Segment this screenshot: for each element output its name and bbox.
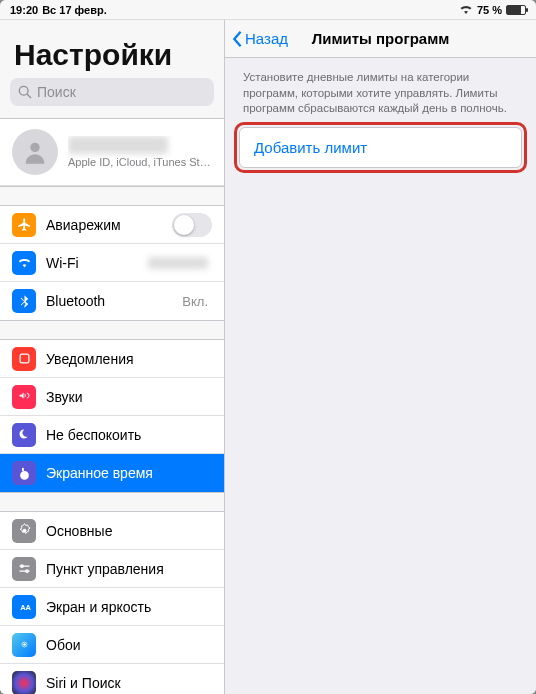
notifications-icon <box>12 347 36 371</box>
apple-id-row[interactable]: Apple ID, iCloud, iTunes Store и A… <box>0 119 224 186</box>
status-time: 19:20 <box>10 4 38 16</box>
sidebar-item-wallpaper[interactable]: Обои <box>0 626 224 664</box>
sidebar-item-label: Wi-Fi <box>46 255 148 271</box>
back-button[interactable]: Назад <box>225 30 288 48</box>
detail-header: Назад Лимиты программ <box>225 20 536 58</box>
svg-rect-4 <box>22 467 24 470</box>
status-date: Вс 17 февр. <box>42 4 107 16</box>
bluetooth-value: Вкл. <box>182 294 208 309</box>
sidebar-item-display[interactable]: AA Экран и яркость <box>0 588 224 626</box>
search-icon <box>18 85 32 99</box>
sidebar-item-label: Уведомления <box>46 351 212 367</box>
general-icon <box>12 519 36 543</box>
wifi-value-blurred <box>148 257 208 269</box>
search-input[interactable]: Поиск <box>10 78 214 106</box>
sidebar-item-screentime[interactable]: Экранное время <box>0 454 224 492</box>
control-icon <box>12 557 36 581</box>
back-label: Назад <box>245 30 288 47</box>
sidebar-item-label: Bluetooth <box>46 293 182 309</box>
sidebar-item-control[interactable]: Пункт управления <box>0 550 224 588</box>
sidebar-item-notifications[interactable]: Уведомления <box>0 340 224 378</box>
sidebar-item-label: Звуки <box>46 389 212 405</box>
svg-rect-3 <box>20 354 29 363</box>
sidebar-item-label: Не беспокоить <box>46 427 212 443</box>
sidebar-item-label: Пункт управления <box>46 561 212 577</box>
settings-title: Настройки <box>0 20 224 78</box>
wifi-icon <box>12 251 36 275</box>
svg-point-0 <box>19 86 28 95</box>
battery-pct: 75 % <box>477 4 502 16</box>
sidebar-item-label: Экранное время <box>46 465 212 481</box>
account-subtitle: Apple ID, iCloud, iTunes Store и A… <box>68 156 212 168</box>
svg-text:AA: AA <box>20 603 31 612</box>
sidebar-item-siri[interactable]: Siri и Поиск <box>0 664 224 694</box>
bluetooth-icon <box>12 289 36 313</box>
sidebar-item-label: Обои <box>46 637 212 653</box>
account-name-blurred <box>68 136 168 154</box>
dnd-icon <box>12 423 36 447</box>
sidebar-item-dnd[interactable]: Не беспокоить <box>0 416 224 454</box>
sounds-icon <box>12 385 36 409</box>
svg-point-12 <box>23 643 26 646</box>
screentime-icon <box>12 461 36 485</box>
search-placeholder: Поиск <box>37 84 76 100</box>
wifi-icon <box>459 4 473 16</box>
detail-pane: Назад Лимиты программ Установите дневные… <box>225 20 536 694</box>
svg-line-1 <box>27 94 31 98</box>
chevron-left-icon <box>231 30 243 48</box>
airplane-icon <box>12 213 36 237</box>
status-bar: 19:20 Вс 17 февр. 75 % <box>0 0 536 20</box>
settings-sidebar[interactable]: Настройки Поиск Apple ID, iCloud, iTunes… <box>0 20 225 694</box>
svg-point-2 <box>30 143 39 152</box>
avatar-icon <box>12 129 58 175</box>
sidebar-item-wifi[interactable]: Wi-Fi <box>0 244 224 282</box>
sidebar-item-label: Авиарежим <box>46 217 172 233</box>
sidebar-item-label: Основные <box>46 523 212 539</box>
device-frame: 19:20 Вс 17 февр. 75 % Настройки Поиск <box>0 0 536 694</box>
battery-icon <box>506 5 526 15</box>
siri-icon <box>12 671 36 695</box>
detail-description: Установите дневные лимиты на категории п… <box>239 70 522 117</box>
add-limit-button[interactable]: Добавить лимит <box>240 128 521 167</box>
display-icon: AA <box>12 595 36 619</box>
sidebar-item-general[interactable]: Основные <box>0 512 224 550</box>
airplane-toggle[interactable] <box>172 213 212 237</box>
wallpaper-icon <box>12 633 36 657</box>
sidebar-item-bluetooth[interactable]: Bluetooth Вкл. <box>0 282 224 320</box>
sidebar-item-airplane[interactable]: Авиарежим <box>0 206 224 244</box>
sidebar-item-label: Экран и яркость <box>46 599 212 615</box>
sidebar-item-label: Siri и Поиск <box>46 675 212 691</box>
sidebar-item-sounds[interactable]: Звуки <box>0 378 224 416</box>
